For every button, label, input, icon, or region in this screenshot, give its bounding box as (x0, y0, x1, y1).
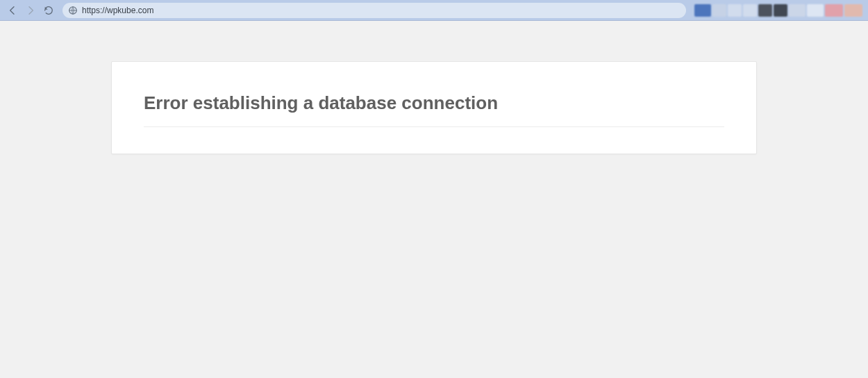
reload-button[interactable] (42, 3, 56, 17)
extension-placeholder-8[interactable] (825, 4, 843, 17)
address-bar[interactable]: https://wpkube.com (62, 3, 686, 18)
reload-icon (43, 5, 54, 16)
browser-toolbar: https://wpkube.com (0, 0, 868, 21)
extension-placeholder-6[interactable] (789, 4, 806, 17)
extension-placeholder-9[interactable] (844, 4, 862, 17)
forward-button[interactable] (24, 3, 37, 17)
extension-placeholder-3[interactable] (743, 4, 757, 17)
back-button[interactable] (6, 3, 19, 17)
error-title: Error establishing a database connection (144, 92, 724, 127)
extension-placeholder-2[interactable] (728, 4, 742, 17)
extension-placeholder-0[interactable] (694, 4, 711, 17)
arrow-right-icon (25, 5, 36, 16)
url-text: https://wpkube.com (82, 6, 153, 15)
error-card: Error establishing a database connection (111, 61, 757, 154)
page-viewport: Error establishing a database connection (0, 21, 868, 378)
extension-placeholder-7[interactable] (807, 4, 824, 17)
extension-placeholder-5[interactable] (774, 4, 787, 17)
extensions-area (694, 4, 862, 17)
extension-placeholder-1[interactable] (712, 4, 726, 17)
globe-icon (68, 6, 78, 15)
extension-placeholder-4[interactable] (758, 4, 772, 17)
arrow-left-icon (7, 5, 18, 16)
